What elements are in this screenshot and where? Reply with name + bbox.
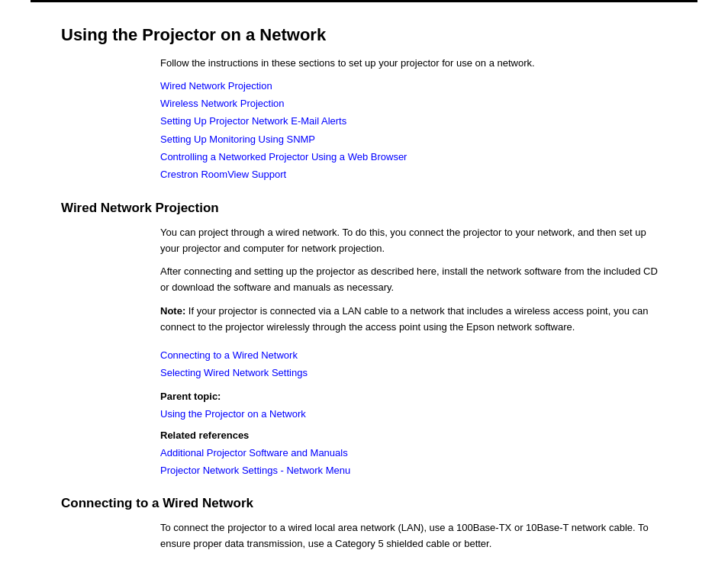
link-web-browser[interactable]: Controlling a Networked Projector Using …: [160, 148, 667, 166]
link-connecting-wired[interactable]: Connecting to a Wired Network: [160, 346, 667, 364]
link-selecting-wired[interactable]: Selecting Wired Network Settings: [160, 364, 667, 381]
note-text: If your projector is connected via a LAN…: [160, 305, 648, 333]
related-links: Additional Projector Software and Manual…: [160, 444, 667, 480]
connecting-para-1: To connect the projector to a wired loca…: [160, 520, 667, 552]
link-snmp[interactable]: Setting Up Monitoring Using SNMP: [160, 130, 667, 148]
parent-topic-label: Parent topic:: [160, 391, 221, 402]
wired-para-1: You can project through a wired network.…: [160, 225, 667, 257]
wired-section-title: Wired Network Projection: [61, 201, 667, 216]
connecting-section-title: Connecting to a Wired Network: [61, 496, 667, 511]
connecting-steps: Connect one end of the network cable to …: [176, 560, 667, 563]
related-refs-heading: Related references: [160, 429, 667, 441]
main-link-list: Wired Network Projection Wireless Networ…: [160, 77, 667, 184]
page-container: Using the Projector on a Network Follow …: [0, 0, 728, 563]
wired-section-body: You can project through a wired network.…: [160, 225, 667, 480]
connecting-step-1: Connect one end of the network cable to …: [176, 560, 667, 563]
intro-text: Follow the instructions in these section…: [160, 56, 667, 71]
parent-topic: Parent topic: Using the Projector on a N…: [160, 389, 667, 423]
wired-section-links: Connecting to a Wired Network Selecting …: [160, 346, 667, 382]
link-network-menu[interactable]: Projector Network Settings - Network Men…: [160, 462, 667, 479]
link-crestron[interactable]: Crestron RoomView Support: [160, 166, 667, 183]
note-label: Note:: [160, 305, 185, 317]
link-wired-network-projection[interactable]: Wired Network Projection: [160, 77, 667, 95]
content-area: Using the Projector on a Network Follow …: [0, 2, 728, 563]
page-title: Using the Projector on a Network: [61, 25, 667, 45]
link-wireless-network-projection[interactable]: Wireless Network Projection: [160, 95, 667, 112]
parent-topic-link[interactable]: Using the Projector on a Network: [160, 405, 667, 423]
link-additional-software[interactable]: Additional Projector Software and Manual…: [160, 444, 667, 462]
wired-note: Note: If your projector is connected via…: [160, 304, 667, 336]
wired-para-2: After connecting and setting up the proj…: [160, 264, 667, 296]
connecting-section-body: To connect the projector to a wired loca…: [160, 520, 667, 563]
link-email-alerts[interactable]: Setting Up Projector Network E-Mail Aler…: [160, 112, 667, 130]
